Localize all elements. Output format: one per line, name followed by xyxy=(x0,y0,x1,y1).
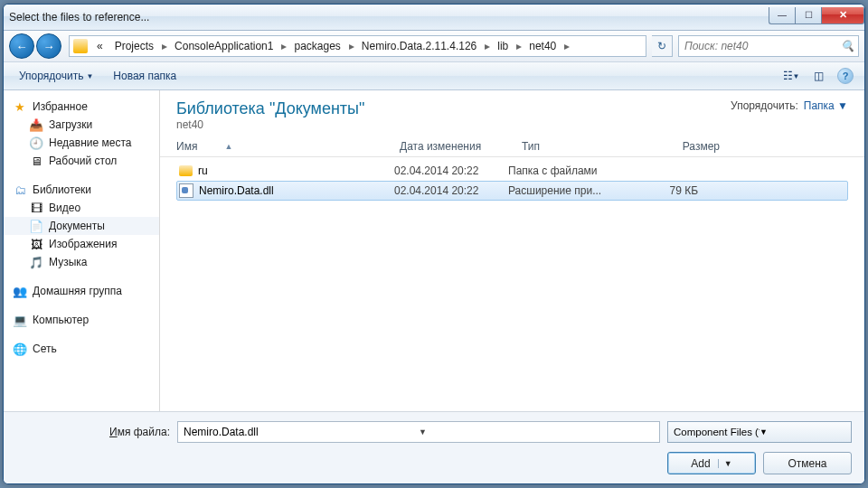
search-icon[interactable]: 🔍 xyxy=(841,40,854,52)
back-button[interactable]: ← xyxy=(9,33,34,59)
refresh-button[interactable]: ↻ xyxy=(652,35,673,57)
sidebar: ★Избранное 📥Загрузки 🕘Недавние места 🖥Ра… xyxy=(4,90,160,411)
breadcrumb-seg[interactable]: lib xyxy=(492,36,514,56)
star-icon: ★ xyxy=(13,99,27,114)
search-box[interactable]: 🔍 xyxy=(678,35,859,57)
nav-row: ← → « Projects▸ ConsoleApplication1▸ pac… xyxy=(4,31,864,62)
chevron-right-icon: ▸ xyxy=(514,40,524,52)
sidebar-homegroup[interactable]: 👥Домашняя группа xyxy=(4,282,159,300)
filename-label: Имя файла: xyxy=(16,426,170,438)
network-icon: 🌐 xyxy=(13,342,27,356)
help-button[interactable]: ? xyxy=(834,65,857,87)
filetype-filter[interactable]: Component Files (*.dll;*.tlb;*.ol▼ xyxy=(667,421,852,443)
sidebar-item-desktop[interactable]: 🖥Рабочий стол xyxy=(4,152,159,170)
sidebar-favorites-header[interactable]: ★Избранное xyxy=(4,98,159,116)
chevron-down-icon: ▼ xyxy=(86,72,93,80)
chevron-down-icon[interactable]: ▼ xyxy=(419,427,654,436)
chevron-down-icon: ▼ xyxy=(760,427,845,436)
chevron-right-icon: ▸ xyxy=(483,40,492,52)
col-date[interactable]: Дата изменения xyxy=(400,140,522,153)
main-pane: Библиотека "Документы" net40 Упорядочить… xyxy=(160,90,864,411)
bottom-pane: Имя файла: Nemiro.Data.dll▼ Component Fi… xyxy=(4,411,864,483)
filename-row: Имя файла: Nemiro.Data.dll▼ Component Fi… xyxy=(16,421,852,443)
chevron-right-icon: ▸ xyxy=(347,40,356,52)
file-row-folder[interactable]: ru 02.04.2014 20:22 Папка с файлами xyxy=(176,161,848,181)
search-input[interactable] xyxy=(683,39,841,53)
file-row-dll[interactable]: Nemiro.Data.dll 02.04.2014 20:22 Расшире… xyxy=(176,181,848,201)
toolbar: Упорядочить▼ Новая папка ☷ ▼ ◫ ? xyxy=(4,62,864,90)
folder-icon xyxy=(73,39,88,53)
sidebar-item-documents[interactable]: 📄Документы xyxy=(4,217,159,235)
breadcrumb[interactable]: « Projects▸ ConsoleApplication1▸ package… xyxy=(69,35,646,57)
breadcrumb-seg[interactable]: net40 xyxy=(524,36,562,56)
music-icon: 🎵 xyxy=(29,255,43,269)
documents-icon: 📄 xyxy=(29,219,43,233)
breadcrumb-seg[interactable]: packages xyxy=(288,36,346,56)
breadcrumb-seg[interactable]: Nemiro.Data.2.11.4.126 xyxy=(356,36,483,56)
dialog-body: ★Избранное 📥Загрузки 🕘Недавние места 🖥Ра… xyxy=(4,90,864,411)
col-size[interactable]: Размер xyxy=(647,140,728,153)
button-row: Add▼ Отмена xyxy=(16,452,852,474)
minimize-button[interactable]: — xyxy=(769,7,795,24)
file-dialog-window: Select the files to reference... — ☐ ✕ ←… xyxy=(3,4,865,484)
breadcrumb-prefix[interactable]: « xyxy=(91,36,109,56)
downloads-icon: 📥 xyxy=(29,117,43,132)
homegroup-icon: 👥 xyxy=(13,284,27,298)
desktop-icon: 🖥 xyxy=(29,154,43,168)
col-name[interactable]: Имя▲ xyxy=(176,140,400,153)
col-type[interactable]: Тип xyxy=(522,140,647,153)
close-button[interactable]: ✕ xyxy=(822,7,864,24)
dll-icon xyxy=(179,183,193,198)
forward-button[interactable]: → xyxy=(36,33,61,59)
recent-icon: 🕘 xyxy=(29,136,43,150)
window-title: Select the files to reference... xyxy=(9,11,769,23)
sidebar-item-videos[interactable]: 🎞Видео xyxy=(4,199,159,217)
arrange-by: Упорядочить: Папка ▼ xyxy=(731,99,848,112)
preview-pane-button[interactable]: ◫ xyxy=(807,65,830,87)
library-subtitle: net40 xyxy=(176,118,731,131)
file-list[interactable]: ru 02.04.2014 20:22 Папка с файлами Nemi… xyxy=(160,157,864,411)
library-title: Библиотека "Документы" xyxy=(176,99,731,118)
view-mode-button[interactable]: ☷ ▼ xyxy=(779,65,803,87)
chevron-right-icon: ▸ xyxy=(160,40,169,52)
new-folder-button[interactable]: Новая папка xyxy=(105,66,184,86)
help-icon: ? xyxy=(837,68,854,84)
pictures-icon: 🖼 xyxy=(29,237,43,251)
computer-icon: 💻 xyxy=(13,313,27,327)
library-header: Библиотека "Документы" net40 Упорядочить… xyxy=(160,90,864,136)
titlebar[interactable]: Select the files to reference... — ☐ ✕ xyxy=(4,5,864,31)
column-headers: Имя▲ Дата изменения Тип Размер xyxy=(160,136,864,157)
library-icon: 🗂 xyxy=(13,183,27,197)
sidebar-libraries-header[interactable]: 🗂Библиотеки xyxy=(4,181,159,199)
chevron-right-icon: ▸ xyxy=(279,40,288,52)
sidebar-item-music[interactable]: 🎵Музыка xyxy=(4,253,159,271)
breadcrumb-seg[interactable]: Projects xyxy=(109,36,160,56)
chevron-down-icon[interactable]: ▼ xyxy=(718,459,732,468)
sidebar-network[interactable]: 🌐Сеть xyxy=(4,340,159,358)
arrange-by-link[interactable]: Папка ▼ xyxy=(804,99,848,112)
add-button[interactable]: Add▼ xyxy=(667,452,756,474)
organize-menu[interactable]: Упорядочить▼ xyxy=(11,66,101,86)
filename-input[interactable]: Nemiro.Data.dll▼ xyxy=(177,421,660,443)
breadcrumb-seg[interactable]: ConsoleApplication1 xyxy=(169,36,279,56)
sidebar-item-recent[interactable]: 🕘Недавние места xyxy=(4,134,159,152)
cancel-button[interactable]: Отмена xyxy=(763,452,852,474)
video-icon: 🎞 xyxy=(29,201,43,215)
maximize-button[interactable]: ☐ xyxy=(795,7,822,24)
sidebar-item-pictures[interactable]: 🖼Изображения xyxy=(4,235,159,253)
sidebar-computer[interactable]: 💻Компьютер xyxy=(4,311,159,329)
sort-asc-icon: ▲ xyxy=(224,142,232,151)
folder-icon xyxy=(179,165,193,176)
chevron-right-icon: ▸ xyxy=(562,40,571,52)
sidebar-item-downloads[interactable]: 📥Загрузки xyxy=(4,116,159,134)
nav-buttons: ← → xyxy=(9,33,63,59)
